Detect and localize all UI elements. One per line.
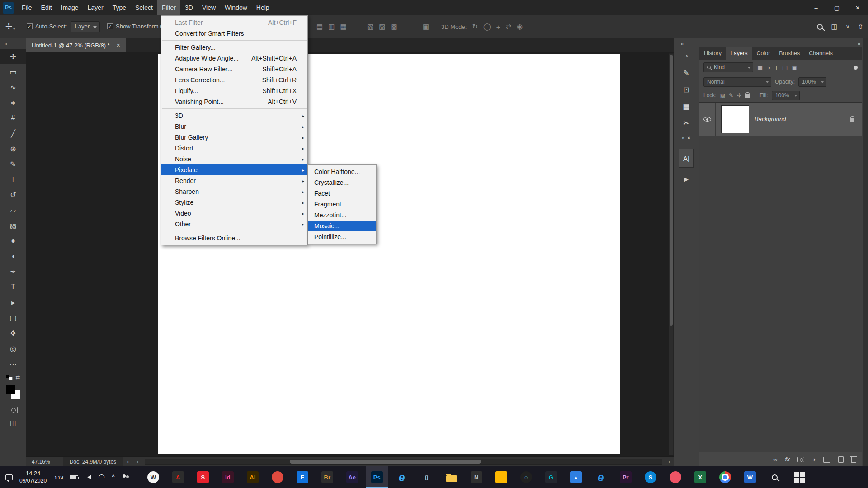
new-layer-icon[interactable] <box>838 456 844 463</box>
menu-layer[interactable]: Layer <box>83 0 108 15</box>
delete-layer-icon[interactable] <box>851 457 856 463</box>
blend-mode-dropdown[interactable]: Normal <box>703 77 771 87</box>
layer-name[interactable]: Background <box>755 116 786 122</box>
new-group-icon[interactable] <box>823 458 830 463</box>
opacity-dropdown[interactable]: 100% <box>798 77 826 87</box>
taskbar-app-groupme[interactable]: G <box>540 466 562 488</box>
link-layers-icon[interactable]: ∞ <box>773 456 777 463</box>
tool-lasso[interactable]: ∿ <box>3 80 23 95</box>
taskbar-search-button[interactable] <box>764 466 786 488</box>
tool-brush[interactable]: ✎ <box>3 156 23 172</box>
volume-icon[interactable] <box>85 475 91 479</box>
submenu-item-pointillize[interactable]: Pointillize... <box>308 231 376 242</box>
menu-item-blur[interactable]: Blur▸ <box>161 121 307 132</box>
taskbar-app-forum[interactable]: F <box>292 466 313 488</box>
brush-settings-panel-icon[interactable]: ✎ <box>683 69 689 77</box>
menu-item-other[interactable]: Other▸ <box>161 219 307 230</box>
tool-clone-stamp[interactable]: ⊥ <box>3 172 23 187</box>
menu-item-noise[interactable]: Noise▸ <box>161 154 307 164</box>
menu-item-stylize[interactable]: Stylize▸ <box>161 197 307 208</box>
styles-panel-icon[interactable]: ✂ <box>683 119 689 127</box>
panel-collapse-icon[interactable]: » <box>682 136 684 141</box>
taskbar-app-your-phone[interactable]: ▯ <box>416 466 438 488</box>
distribute-middle-icon[interactable]: ▨ <box>379 23 385 31</box>
tool-spot-healing-brush[interactable]: ⊕ <box>3 141 23 156</box>
vertical-scrollbar[interactable] <box>669 53 674 455</box>
taskbar-app-edge-dev[interactable]: e <box>590 466 612 488</box>
submenu-item-mezzotint[interactable]: Mezzotint... <box>308 210 376 221</box>
menu-item-camera-raw-filter[interactable]: Camera Raw Filter...Shift+Ctrl+A <box>161 64 307 75</box>
tool-hand[interactable]: ✥ <box>3 325 23 341</box>
menu-item-distort[interactable]: Distort▸ <box>161 143 307 154</box>
align-center-icon[interactable]: ▥ <box>328 23 335 31</box>
taskbar-app-w[interactable]: W <box>142 466 164 488</box>
distribute-bottom-icon[interactable]: ▩ <box>391 23 397 31</box>
lock-position-icon[interactable]: ✢ <box>737 92 741 99</box>
filter-kind-dropdown[interactable]: Kind <box>703 62 753 72</box>
menu-item-3d[interactable]: 3D▸ <box>161 110 307 121</box>
menu-type[interactable]: Type <box>108 0 131 15</box>
collapse-panels-icon[interactable]: « <box>858 40 861 47</box>
edit-toolbar-icon[interactable]: ⋯ <box>3 356 23 371</box>
taskbar-app-pink[interactable] <box>665 466 686 488</box>
maximize-button[interactable]: ▢ <box>826 0 847 15</box>
horizontal-scrollbar[interactable] <box>145 459 662 465</box>
3d-camera-icon[interactable]: ◉ <box>517 23 523 31</box>
wifi-icon[interactable]: ◠ <box>98 475 105 479</box>
menu-filter[interactable]: Filter <box>157 0 180 15</box>
info-panel-icon[interactable]: ◔ <box>684 52 689 61</box>
tool-path-selection[interactable]: ▸ <box>3 295 23 310</box>
taskbar-app-excel[interactable]: X <box>689 466 711 488</box>
taskbar-app-photos[interactable]: ▲ <box>565 466 587 488</box>
taskbar-app-sticky-notes[interactable] <box>491 466 512 488</box>
taskbar-app-premiere[interactable]: Pr <box>615 466 637 488</box>
menu-item-pixelate[interactable]: Pixelate▸ <box>161 164 307 175</box>
move-tool-icon[interactable]: ✢ <box>5 22 12 32</box>
workspace-icon[interactable]: ◫ <box>831 23 837 31</box>
distribute-spacing-icon[interactable]: ▣ <box>423 23 429 31</box>
tab-history[interactable]: History <box>699 47 726 60</box>
menu-item-render[interactable]: Render▸ <box>161 175 307 186</box>
tool-history-brush[interactable]: ↺ <box>3 187 23 202</box>
tool-dodge[interactable]: ◖ <box>3 249 23 264</box>
align-right-icon[interactable]: ▦ <box>340 23 346 31</box>
auto-select-target-dropdown[interactable]: Layer <box>71 21 100 32</box>
taskbar-app-skype[interactable]: S <box>640 466 661 488</box>
quick-mask-icon[interactable] <box>9 407 18 413</box>
taskbar-app-indesign[interactable]: Id <box>217 466 239 488</box>
panel-close-icon[interactable]: ✕ <box>687 136 691 141</box>
lock-all-icon[interactable] <box>745 94 750 98</box>
zoom-level[interactable]: 47.16% <box>32 459 50 465</box>
submenu-item-facet[interactable]: Facet <box>308 188 376 199</box>
menu-item-video[interactable]: Video▸ <box>161 208 307 219</box>
tool-gradient[interactable]: ▧ <box>3 218 23 233</box>
layer-row-background[interactable]: Background <box>699 103 862 136</box>
submenu-item-fragment[interactable]: Fragment <box>308 199 376 210</box>
default-colors-icon[interactable] <box>6 375 13 380</box>
foreground-color-swatch[interactable] <box>6 385 15 394</box>
status-chevron-icon[interactable]: › <box>127 459 129 465</box>
show-transform-checkbox[interactable]: ✓ <box>107 23 113 29</box>
3d-slide-icon[interactable]: ⇄ <box>506 23 512 31</box>
taskbar-app-cortana[interactable]: ○ <box>515 466 537 488</box>
start-button[interactable] <box>789 466 811 488</box>
menu-help[interactable]: Help <box>252 0 274 15</box>
people-icon[interactable] <box>122 474 131 480</box>
taskbar-app-chat[interactable] <box>267 466 288 488</box>
adjustment-layer-icon[interactable]: ◑ <box>812 456 816 463</box>
taskbar-app-file-explorer[interactable] <box>441 466 462 488</box>
menu-item-liquify[interactable]: Liquify...Shift+Ctrl+X <box>161 85 307 96</box>
tool-zoom[interactable]: ◎ <box>3 341 23 356</box>
taskbar-app-notes[interactable]: N <box>466 466 487 488</box>
clone-source-panel-icon[interactable]: ⊡ <box>683 85 689 94</box>
hidden-icons-chevron[interactable]: ^ <box>112 474 115 481</box>
tab-color[interactable]: Color <box>752 47 774 60</box>
3d-roll-icon[interactable]: ◯ <box>483 23 491 31</box>
vertical-scrollbar-thumb[interactable] <box>670 55 673 326</box>
layer-style-icon[interactable]: fx <box>785 456 790 463</box>
lock-transparent-pixels-icon[interactable]: ▨ <box>720 92 725 99</box>
lock-image-pixels-icon[interactable]: ✎ <box>729 92 733 99</box>
taskbar-app-chrome[interactable] <box>714 466 736 488</box>
taskbar-app-bridge[interactable]: Br <box>316 466 338 488</box>
tool-rectangular-marquee[interactable]: ▭ <box>3 64 23 80</box>
